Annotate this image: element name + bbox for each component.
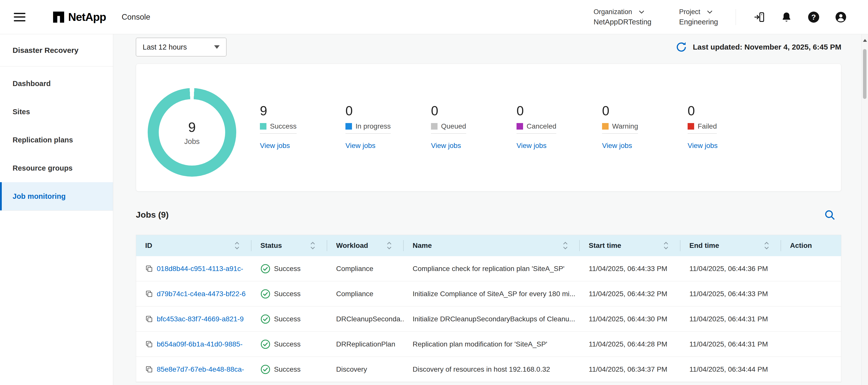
- stat-label: Warning: [612, 122, 638, 130]
- netapp-wordmark: NetApp: [68, 11, 106, 23]
- notifications-bell-icon[interactable]: [781, 11, 792, 23]
- stat-failed: 0 Failed View jobs: [688, 104, 773, 150]
- success-check-icon: [260, 314, 271, 324]
- sort-icon[interactable]: [386, 241, 392, 250]
- chevron-down-icon: [214, 45, 220, 49]
- organization-label: Organization: [593, 8, 632, 16]
- status-text: Success: [274, 315, 301, 323]
- help-icon[interactable]: ?: [808, 11, 819, 23]
- stat-label: Success: [270, 122, 297, 130]
- column-header-id[interactable]: ID: [136, 235, 251, 256]
- column-label: Action: [790, 242, 812, 249]
- sidebar-title: Disaster Recovery: [0, 34, 113, 66]
- stat-success: 9 Success View jobs: [260, 104, 345, 150]
- time-range-select[interactable]: Last 12 hours: [136, 38, 226, 56]
- project-picker[interactable]: Project Engineering: [679, 8, 718, 26]
- jobs-donut-center: 9 Jobs: [159, 99, 225, 166]
- view-jobs-link[interactable]: View jobs: [431, 142, 461, 150]
- workload-cell: DRCleanupSeconda...: [327, 306, 404, 331]
- donut-label: Jobs: [184, 138, 199, 146]
- workload-cell: Discovery: [327, 357, 404, 382]
- column-header-name[interactable]: Name: [404, 235, 580, 256]
- console-label: Console: [122, 12, 150, 22]
- sort-icon[interactable]: [563, 241, 568, 250]
- chevron-down-icon: [707, 10, 713, 14]
- column-header-status[interactable]: Status: [251, 235, 327, 256]
- refresh-icon[interactable]: [675, 41, 687, 53]
- table-row: bfc453ac-83f7-4669-a821-9 Success DRClea…: [136, 306, 841, 332]
- connector-icon[interactable]: [753, 11, 765, 23]
- workload-cell: Compliance: [327, 281, 404, 306]
- sort-icon[interactable]: [310, 241, 315, 250]
- sidebar-item-replication-plans[interactable]: Replication plans: [0, 126, 113, 154]
- jobs-table: ID Status Workload Name Start time: [136, 235, 841, 382]
- job-id-link[interactable]: bfc453ac-83f7-4669-a821-9: [157, 315, 244, 323]
- status-color-swatch: [688, 123, 694, 129]
- status-color-swatch: [517, 123, 523, 129]
- view-jobs-link[interactable]: View jobs: [345, 142, 375, 150]
- sort-icon[interactable]: [764, 241, 769, 250]
- job-id-link[interactable]: d79b74c1-c4ea-4473-bf22-6: [157, 290, 246, 298]
- copy-icon[interactable]: [145, 265, 153, 273]
- workload-cell: Compliance: [327, 256, 404, 281]
- success-check-icon: [260, 264, 271, 274]
- app: NetApp Console Organization NetAppDRTest…: [0, 0, 868, 385]
- sidebar-item-dashboard[interactable]: Dashboard: [0, 69, 113, 98]
- menu-icon[interactable]: [14, 13, 25, 21]
- column-header-workload[interactable]: Workload: [327, 235, 404, 256]
- sidebar-items: Dashboard Sites Replication plans Resour…: [0, 69, 113, 211]
- scroll-up-arrow-icon[interactable]: [862, 36, 868, 44]
- view-jobs-link[interactable]: View jobs: [517, 142, 547, 150]
- sidebar-item-sites[interactable]: Sites: [0, 98, 113, 126]
- organization-picker[interactable]: Organization NetAppDRTesting: [593, 8, 651, 26]
- account-icon[interactable]: [835, 11, 847, 23]
- start-time-cell: 11/04/2025, 06:34:37 PM: [580, 357, 680, 382]
- stat-canceled: 0 Canceled View jobs: [517, 104, 602, 150]
- search-icon[interactable]: [824, 209, 836, 221]
- sort-icon[interactable]: [234, 241, 240, 250]
- action-cell: [781, 256, 841, 281]
- table-row: d79b74c1-c4ea-4473-bf22-6 Success Compli…: [136, 281, 841, 306]
- view-jobs-link[interactable]: View jobs: [688, 142, 717, 150]
- end-time-cell: 11/04/2025, 06:44:31 PM: [680, 332, 781, 357]
- name-cell: Initialize Compliance of SiteA_SP for ev…: [404, 281, 580, 306]
- scrollbar-thumb[interactable]: [863, 49, 867, 99]
- copy-icon[interactable]: [145, 340, 153, 348]
- column-header-action: Action: [781, 235, 841, 256]
- jobs-donut-ring: 9 Jobs: [148, 88, 236, 177]
- column-header-start-time[interactable]: Start time: [580, 235, 680, 256]
- table-row: b654a09f-6b1a-41d0-9885- Success DRRepli…: [136, 332, 841, 357]
- stat-queued: 0 Queued View jobs: [431, 104, 517, 150]
- end-time-cell: 11/04/2025, 06:44:33 PM: [680, 281, 781, 306]
- project-label: Project: [679, 8, 700, 16]
- status-color-swatch: [602, 123, 609, 129]
- column-label: Name: [413, 242, 432, 249]
- status-color-swatch: [260, 123, 267, 129]
- stat-count: 0: [345, 104, 353, 118]
- top-bar-right: Organization NetAppDRTesting Project Eng…: [593, 8, 868, 26]
- sidebar-item-resource-groups[interactable]: Resource groups: [0, 154, 113, 182]
- copy-icon[interactable]: [145, 315, 153, 323]
- view-jobs-link[interactable]: View jobs: [260, 142, 290, 150]
- time-range-value: Last 12 hours: [143, 43, 187, 51]
- stat-in-progress: 0 In progress View jobs: [345, 104, 431, 150]
- stat-count: 9: [260, 104, 267, 118]
- vertical-scrollbar[interactable]: [862, 34, 868, 385]
- status-color-swatch: [345, 123, 352, 129]
- sidebar-item-job-monitoring[interactable]: Job monitoring: [0, 182, 113, 210]
- sort-icon[interactable]: [663, 241, 669, 250]
- view-jobs-link[interactable]: View jobs: [602, 142, 632, 150]
- job-id-link[interactable]: b654a09f-6b1a-41d0-9885-: [157, 340, 243, 348]
- status-text: Success: [274, 340, 301, 348]
- chevron-down-icon: [639, 10, 645, 14]
- success-check-icon: [260, 289, 271, 299]
- job-id-link[interactable]: 018d8b44-c951-4113-a91c-: [157, 265, 243, 273]
- stat-count: 0: [517, 104, 524, 118]
- column-header-end-time[interactable]: End time: [680, 235, 781, 256]
- job-status-stats: 9 Success View jobs 0 In progress View j…: [260, 104, 773, 150]
- help-glyph: ?: [811, 13, 816, 21]
- start-time-cell: 11/04/2025, 06:44:30 PM: [580, 306, 680, 331]
- job-id-link[interactable]: 85e8e7d7-67eb-4e48-88ca-: [157, 365, 244, 374]
- copy-icon[interactable]: [145, 290, 153, 298]
- copy-icon[interactable]: [145, 365, 153, 374]
